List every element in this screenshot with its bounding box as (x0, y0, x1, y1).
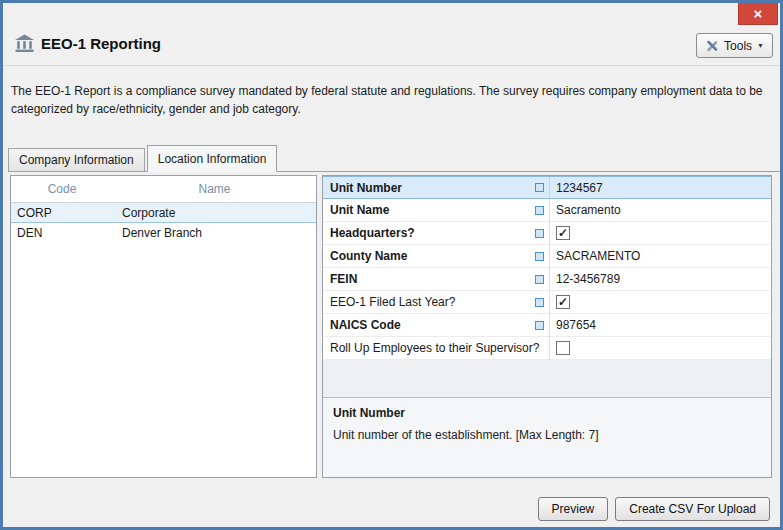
property-label: Unit Number (330, 181, 402, 195)
county-name-field[interactable]: SACRAMENTO (549, 245, 771, 267)
field-indicator-icon (535, 321, 544, 330)
cell-code: CORP (11, 203, 113, 222)
locations-table-header: Code Name (11, 176, 316, 203)
field-indicator-icon (535, 275, 544, 284)
headquarters-checkbox[interactable] (556, 226, 570, 240)
page-title: EEO-1 Reporting (41, 35, 161, 52)
property-label: NAICS Code (330, 318, 401, 332)
tools-icon (705, 39, 719, 53)
property-row-unit-name[interactable]: Unit Name Sacramento (323, 199, 771, 222)
tools-button[interactable]: Tools ▼ (696, 33, 773, 58)
property-row-fein[interactable]: FEIN 12-3456789 (323, 268, 771, 291)
property-label: Unit Name (330, 203, 389, 217)
building-icon (14, 34, 35, 53)
property-row-naics-code[interactable]: NAICS Code 987654 (323, 314, 771, 337)
grid-filler (323, 360, 771, 397)
property-row-rollup-employees[interactable]: Roll Up Employees to their Supervisor? (323, 337, 771, 360)
help-title: Unit Number (333, 406, 761, 420)
rollup-employees-checkbox[interactable] (556, 341, 570, 355)
chevron-down-icon: ▼ (757, 42, 764, 49)
fein-field[interactable]: 12-3456789 (549, 268, 771, 290)
field-indicator-icon (535, 298, 544, 307)
field-help-panel: Unit Number Unit number of the establish… (323, 397, 771, 477)
cell-name: Corporate (113, 203, 316, 222)
report-description: The EEO-1 Report is a compliance survey … (11, 82, 775, 118)
column-header-code[interactable]: Code (11, 176, 113, 202)
naics-code-field[interactable]: 987654 (549, 314, 771, 336)
property-row-unit-number[interactable]: Unit Number 1234567 (323, 176, 771, 199)
tab-strip: Company Information Location Information (8, 144, 780, 172)
create-csv-button[interactable]: Create CSV For Upload (615, 497, 770, 521)
eeo1-filed-checkbox[interactable] (556, 295, 570, 309)
unit-name-field[interactable]: Sacramento (549, 199, 771, 221)
property-label: Headquarters? (330, 226, 415, 240)
property-row-eeo1-filed-last-year[interactable]: EEO-1 Filed Last Year? (323, 291, 771, 314)
header-divider (3, 65, 780, 66)
locations-table: Code Name CORP Corporate DEN Denver Bran… (10, 175, 317, 478)
location-property-grid: Unit Number 1234567 Unit Name Sacramento… (322, 175, 772, 478)
property-row-headquarters[interactable]: Headquarters? (323, 222, 771, 245)
property-label: EEO-1 Filed Last Year? (330, 295, 455, 309)
property-label: Roll Up Employees to their Supervisor? (330, 341, 539, 355)
field-indicator-icon (535, 183, 544, 192)
column-header-name[interactable]: Name (113, 176, 316, 202)
help-text: Unit number of the establishment. [Max L… (333, 428, 761, 442)
tab-company-information[interactable]: Company Information (8, 148, 145, 171)
field-indicator-icon (535, 206, 544, 215)
tools-button-label: Tools (724, 39, 752, 53)
footer-buttons: Preview Create CSV For Upload (538, 497, 770, 521)
table-row-den[interactable]: DEN Denver Branch (11, 223, 316, 243)
cell-code: DEN (11, 223, 113, 243)
field-indicator-icon (535, 229, 544, 238)
table-row-corp[interactable]: CORP Corporate (11, 203, 316, 223)
preview-button[interactable]: Preview (538, 497, 609, 521)
close-icon[interactable]: × (738, 3, 778, 25)
property-label: County Name (330, 249, 407, 263)
unit-number-field[interactable]: 1234567 (549, 177, 771, 198)
property-label: FEIN (330, 272, 357, 286)
cell-name: Denver Branch (113, 223, 316, 243)
property-row-county-name[interactable]: County Name SACRAMENTO (323, 245, 771, 268)
tab-location-information[interactable]: Location Information (147, 145, 278, 172)
eeo1-reporting-dialog: × EEO-1 Reporting Tools ▼ The EEO-1 Repo… (0, 0, 783, 530)
field-indicator-icon (535, 252, 544, 261)
